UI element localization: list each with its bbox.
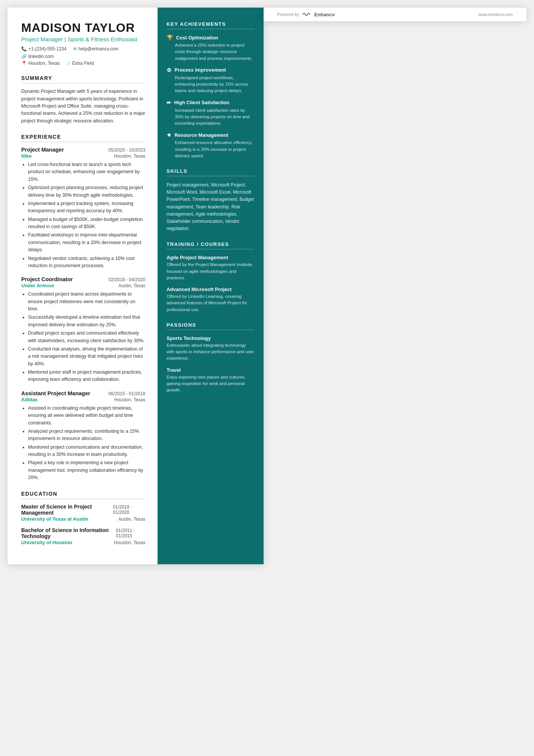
exp-bullet: Successfully developed a timeline estima…	[28, 314, 145, 329]
exp-bullets: Coordinated project teams across departm…	[21, 291, 145, 383]
achievement-label: ✏ High Client Satisfaction	[167, 100, 255, 106]
achievement-icon: ⚙	[167, 67, 172, 73]
training-desc: Offered by LinkedIn Learning, covering a…	[167, 293, 255, 313]
exp-bullets: Led cross-functional team to launch a sp…	[21, 161, 145, 269]
exp-bullet: Drafted project scopes and communicated …	[28, 330, 145, 344]
exp-bullet: Coordinated project teams across departm…	[28, 291, 145, 313]
achievement-text: Achieved a 25% reduction in project cost…	[167, 42, 255, 62]
achievement-text: Redesigned project workflows, enhancing …	[167, 75, 255, 94]
achievement-item: ⚙ Process Improvement Redesigned project…	[167, 67, 255, 94]
experience-list: Project Manager 05/2020 - 10/2023 Nike H…	[21, 147, 145, 482]
achievement-label: ⚙ Process Improvement	[167, 67, 255, 73]
exp-company-row: Adidas Houston, Texas	[21, 397, 145, 402]
exp-location: Austin, Texas	[119, 283, 145, 288]
edu-school-row: University of Texas at Austin Austin, Te…	[21, 516, 145, 522]
achievement-icon: ★	[167, 132, 172, 138]
edu-header: Master of Science in Project Management …	[21, 504, 145, 516]
email-icon: ✉	[73, 46, 77, 52]
passion-item: Sports Technology Enthusiastic about int…	[167, 335, 255, 362]
exp-bullet: Analyzed project requirements, contribut…	[28, 428, 145, 443]
linkedin-icon: 🔗	[21, 54, 27, 59]
achievements-section: KEY ACHIEVEMENTS 🏆 Cost Optimization Ach…	[167, 21, 255, 159]
edu-dates: 01/2011 - 01/2015	[116, 528, 145, 538]
edu-school-row: University of Houston Houston, Texas	[21, 540, 145, 545]
passion-desc: Enjoy exploring new places and cultures,…	[167, 374, 255, 394]
summary-section: SUMMARY Dynamic Project Manager with 5 y…	[21, 75, 145, 125]
edu-degree: Master of Science in Project Management	[21, 504, 113, 516]
exp-bullet: Led cross-functional team to launch a sp…	[28, 161, 145, 183]
achievement-item: ★ Resource Management Enhanced resource …	[167, 132, 255, 159]
experience-section: EXPERIENCE Project Manager 05/2020 - 10/…	[21, 134, 145, 482]
exp-location: Houston, Texas	[114, 153, 145, 159]
achievement-text: Increased client satisfaction rates by 3…	[167, 107, 255, 127]
training-name: Advanced Microsoft Project	[167, 286, 255, 292]
passions-title: PASSIONS	[167, 322, 255, 330]
training-item: Advanced Microsoft Project Offered by Li…	[167, 286, 255, 313]
location-field: 📍 Houston, Texas	[21, 61, 60, 66]
right-column: KEY ACHIEVEMENTS 🏆 Cost Optimization Ach…	[158, 8, 264, 564]
location-icon: 📍	[21, 61, 27, 66]
exp-company: Adidas	[21, 397, 37, 402]
exp-title: Project Coordinator	[21, 276, 73, 282]
exp-bullet: Negotiated vendor contracts, achieving a…	[28, 255, 145, 270]
exp-bullet: Facilitated workshops to improve inter-d…	[28, 232, 145, 254]
training-title: TRAINING / COURSES	[167, 241, 255, 249]
edu-dates: 01/2018 - 01/2020	[113, 504, 145, 515]
linkedin-contact: 🔗 linkedin.com	[21, 54, 54, 59]
exp-company-row: Under Armour Austin, Texas	[21, 283, 145, 288]
footer-powered: Powered by Enhancv	[277, 11, 335, 17]
candidate-name: MADISON TAYLOR	[21, 21, 145, 34]
exp-bullet: Assisted in coordinating multiple projec…	[28, 405, 145, 427]
experience-item: Project Coordinator 02/2018 - 04/2020 Un…	[21, 276, 145, 383]
extra-field: ☆ Extra Field	[67, 61, 94, 66]
exp-header: Assistant Project Manager 06/2015 - 01/2…	[21, 390, 145, 396]
achievement-name: High Client Satisfaction	[174, 100, 230, 105]
exp-company: Nike	[21, 153, 31, 159]
achievement-name: Cost Optimization	[176, 35, 218, 41]
training-list: Agile Project Management Offered by the …	[167, 255, 255, 313]
exp-dates: 02/2018 - 04/2020	[108, 277, 145, 282]
exp-location: Houston, Texas	[114, 397, 145, 402]
education-list: Master of Science in Project Management …	[21, 504, 145, 545]
summary-text: Dynamic Project Manager with 5 years of …	[21, 88, 145, 125]
resume-header: MADISON TAYLOR Project Manager | Sports …	[21, 21, 145, 66]
achievement-icon: ✏	[167, 100, 171, 106]
training-name: Agile Project Management	[167, 255, 255, 260]
education-item: Master of Science in Project Management …	[21, 504, 145, 522]
email-contact: ✉ help@enhancv.com	[73, 46, 118, 52]
achievement-icon: 🏆	[167, 34, 173, 41]
star-icon: ☆	[67, 61, 71, 66]
education-section: EDUCATION Master of Science in Project M…	[21, 491, 145, 545]
footer-logo-icon	[301, 11, 312, 17]
exp-company-row: Nike Houston, Texas	[21, 153, 145, 159]
exp-bullet: Managed a budget of $500K, under-budget …	[28, 216, 145, 231]
exp-bullets: Assisted in coordinating multiple projec…	[21, 405, 145, 482]
training-section: TRAINING / COURSES Agile Project Managem…	[167, 241, 255, 313]
achievements-title: KEY ACHIEVEMENTS	[167, 21, 255, 29]
edu-school: University of Texas at Austin	[21, 516, 88, 522]
exp-bullet: Optimized project planning processes, re…	[28, 184, 145, 199]
skills-section: SKILLS Project management, Microsoft Pro…	[167, 168, 255, 232]
skills-title: SKILLS	[167, 168, 255, 176]
experience-title: EXPERIENCE	[21, 134, 145, 142]
training-item: Agile Project Management Offered by the …	[167, 255, 255, 281]
experience-item: Assistant Project Manager 06/2015 - 01/2…	[21, 390, 145, 482]
edu-location: Houston, Texas	[114, 540, 145, 545]
education-item: Bachelor of Science in Information Techn…	[21, 527, 145, 545]
exp-dates: 06/2015 - 01/2018	[108, 391, 145, 396]
experience-item: Project Manager 05/2020 - 10/2023 Nike H…	[21, 147, 145, 269]
exp-bullet: Implemented a project tracking system, i…	[28, 200, 145, 215]
phone-icon: 📞	[21, 46, 27, 52]
edu-school: University of Houston	[21, 540, 72, 545]
exp-dates: 05/2020 - 10/2023	[108, 147, 145, 153]
skills-text: Project management, Microsoft Project, M…	[167, 182, 255, 232]
achievement-name: Resource Management	[175, 132, 228, 138]
exp-bullet: Played a key role in implementing a new …	[28, 459, 145, 481]
edu-header: Bachelor of Science in Information Techn…	[21, 527, 145, 539]
edu-location: Austin, Texas	[119, 517, 145, 522]
exp-bullet: Mentored junior staff in project managem…	[28, 369, 145, 383]
achievement-label: 🏆 Cost Optimization	[167, 34, 255, 41]
achievement-label: ★ Resource Management	[167, 132, 255, 138]
exp-bullet: Monitored project communications and doc…	[28, 444, 145, 459]
header-contacts: 📞 +1-(234)-555-1234 ✉ help@enhancv.com 🔗…	[21, 46, 145, 59]
